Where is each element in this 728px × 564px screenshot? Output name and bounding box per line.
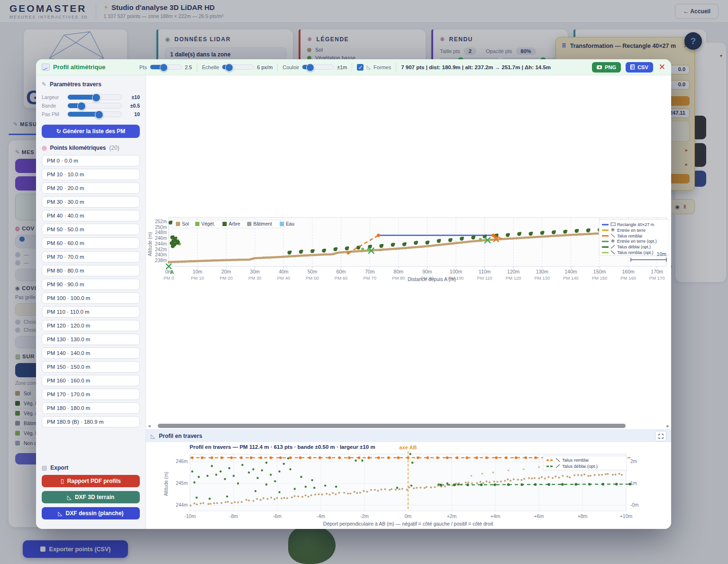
svg-text:PM 20: PM 20 (219, 275, 232, 281)
export-button-0[interactable]: ▯Rapport PDF profils (42, 475, 140, 487)
export-button-1[interactable]: ◺DXF 3D terrain (42, 491, 140, 503)
expand-button[interactable] (655, 431, 666, 441)
pm-list-item[interactable]: PM 170 · 170.0 m (42, 389, 140, 400)
export-png-button[interactable]: PNG (592, 62, 621, 73)
svg-text:100m: 100m (450, 269, 463, 274)
couloir-slider-value: ±1m (337, 64, 347, 70)
travers-chart-area[interactable]: axe ABProfil en travers — PM 112.4 m · 6… (146, 442, 671, 529)
formes-checkbox[interactable]: ✓ (357, 64, 364, 71)
modal-close-icon[interactable]: ✕ (659, 62, 665, 72)
svg-text:+4m: +4m (491, 513, 500, 519)
scroll-right-icon[interactable]: ▸ (666, 423, 669, 428)
svg-text:160m: 160m (622, 269, 635, 274)
svg-text:1m: 1m (630, 481, 637, 486)
param-slider-label: Pas PM (42, 111, 64, 117)
param-slider-value: 10 (126, 111, 140, 117)
svg-text:Talus remblai: Talus remblai (617, 234, 642, 238)
svg-text:-0m: -0m (630, 502, 638, 508)
svg-text:130m: 130m (536, 269, 549, 274)
svg-text:A: A (170, 269, 174, 275)
pts-slider-label: Pts (139, 64, 147, 70)
svg-text:238m: 238m (155, 258, 167, 263)
svg-text:Altitude (m): Altitude (m) (164, 472, 169, 496)
svg-text:PM 150: PM 150 (592, 275, 608, 281)
svg-text:30m: 30m (250, 269, 260, 274)
pm-list-item[interactable]: PM 0 · 0.0 m (42, 155, 140, 166)
svg-text:2m: 2m (630, 459, 637, 464)
svg-text:Talus remblai (opt.): Talus remblai (opt.) (617, 250, 654, 255)
pm-list-item[interactable]: PM 70 · 70.0 m (42, 251, 140, 263)
pm-list-item[interactable]: PM 60 · 60.0 m (42, 237, 140, 249)
table-icon (630, 64, 635, 70)
svg-text:Rectangle 40×27 m: Rectangle 40×27 m (617, 222, 654, 227)
svg-text:-10m: -10m (184, 513, 196, 519)
svg-text:50m: 50m (308, 269, 318, 274)
travers-chart-svg: axe ABProfil en travers — PM 112.4 m · 6… (146, 442, 669, 529)
svg-text:Profil en travers — PM 112.4 m: Profil en travers — PM 112.4 m · 613 pts… (190, 444, 375, 450)
pm-list-item[interactable]: PM 180.9 (B) · 180.9 m (42, 416, 140, 428)
param-slider-label: Largeur (42, 94, 64, 100)
pm-list-item[interactable]: PM 80 · 80.0 m (42, 265, 140, 276)
svg-text:PM 30: PM 30 (248, 275, 261, 281)
param-slider-row-0: Largeur±10 (42, 94, 140, 100)
pm-list-item[interactable]: PM 40 · 40.0 m (42, 210, 140, 221)
svg-text:60m: 60m (336, 269, 346, 274)
expand-icon (658, 434, 664, 439)
pm-list-item[interactable]: PM 10 · 10.0 m (42, 169, 140, 180)
pm-list-item[interactable]: PM 120 · 120.0 m (42, 320, 140, 331)
svg-text:246m: 246m (155, 236, 167, 241)
svg-text:244m: 244m (176, 502, 188, 508)
modal-title: Profil altimétrique (53, 64, 106, 71)
horizontal-scrollbar[interactable]: ◂ ▸ (146, 422, 671, 429)
svg-text:PM 0: PM 0 (164, 275, 174, 281)
pm-list-item[interactable]: PM 110 · 110.0 m (42, 306, 140, 318)
pm-list-item[interactable]: PM 20 · 20.0 m (42, 182, 140, 194)
profile-modal: Profil altimétrique Pts 2.5 Échelle 6 px… (36, 59, 671, 529)
svg-text:Sol: Sol (182, 221, 189, 227)
export-csv-button[interactable]: CSV (626, 62, 653, 73)
param-slider-label: Bande (42, 103, 64, 109)
profile-stats: 7 907 pts | dist: 180.9m | alt: 237.2m →… (401, 64, 551, 70)
svg-text:10m: 10m (657, 251, 667, 257)
svg-text:PM 110: PM 110 (477, 275, 492, 281)
pm-list-item[interactable]: PM 160 · 160.0 m (42, 375, 140, 386)
param-slider-pas-pm[interactable] (67, 111, 122, 117)
modal-sidebar: ✎ Paramètres travers Largeur±10Bande±0.5… (36, 75, 146, 529)
svg-text:Végét.: Végét. (201, 221, 215, 227)
pm-list-item[interactable]: PM 150 · 150.0 m (42, 361, 140, 373)
svg-text:PM 140: PM 140 (563, 275, 579, 281)
svg-text:-8m: -8m (229, 513, 238, 519)
echelle-slider-value: 6 px/m (257, 64, 273, 70)
pm-list-item[interactable]: PM 140 · 140.0 m (42, 347, 140, 359)
generate-pm-button[interactable]: ↻ Générer la liste des PM (42, 125, 140, 138)
scroll-left-icon[interactable]: ◂ (148, 423, 151, 428)
svg-text:axe AB: axe AB (400, 445, 417, 450)
echelle-slider-group: Échelle 6 px/m (202, 64, 273, 70)
echelle-slider-label: Échelle (202, 64, 219, 70)
svg-text:PM 50: PM 50 (306, 275, 318, 281)
pm-list-item[interactable]: PM 100 · 100.0 m (42, 292, 140, 304)
pk-count: (20) (109, 145, 119, 151)
svg-text:PM 130: PM 130 (534, 275, 550, 281)
couloir-slider[interactable] (302, 64, 334, 70)
svg-text:245m: 245m (176, 481, 188, 486)
svg-text:PM 170: PM 170 (649, 275, 665, 281)
formes-label: Formes (373, 64, 391, 70)
param-slider-bande[interactable] (67, 103, 122, 109)
param-slider-row-2: Pas PM10 (42, 111, 140, 117)
param-slider-largeur[interactable] (67, 94, 122, 100)
pm-list-item[interactable]: PM 30 · 30.0 m (42, 196, 140, 208)
pts-slider[interactable] (150, 64, 182, 70)
svg-text:Eau: Eau (286, 221, 294, 227)
echelle-slider[interactable] (222, 64, 254, 70)
scrollbar-thumb[interactable] (158, 424, 626, 428)
pm-list-item[interactable]: PM 130 · 130.0 m (42, 334, 140, 345)
svg-text:252m: 252m (155, 219, 167, 224)
export-button-2[interactable]: ◺DXF dessin (planche) (42, 507, 140, 519)
svg-text:Entrée en terre (opt.): Entrée en terre (opt.) (617, 239, 657, 244)
profile-chart-area[interactable]: 238m240m242m244m246m248m250m252mAltitude… (146, 75, 671, 422)
target-icon: ◎ (42, 145, 46, 151)
pm-list-item[interactable]: PM 90 · 90.0 m (42, 279, 140, 290)
pm-list-item[interactable]: PM 50 · 50.0 m (42, 224, 140, 235)
pm-list-item[interactable]: PM 180 · 180.0 m (42, 402, 140, 414)
